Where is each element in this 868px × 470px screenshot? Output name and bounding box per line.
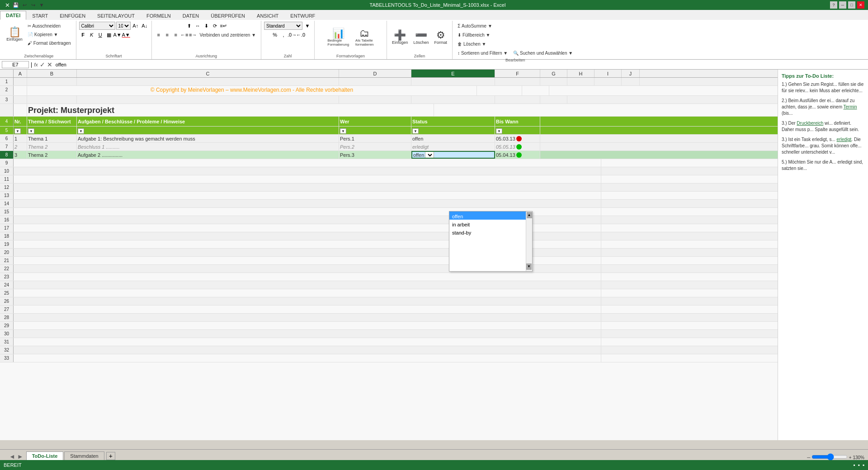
filter-arrow-F[interactable]: ▼ xyxy=(496,128,502,134)
formula-cancel[interactable]: ✕ xyxy=(47,61,52,68)
tab-start[interactable]: START xyxy=(26,11,54,20)
undo-btn[interactable]: ↩ xyxy=(21,1,28,9)
align-middle-btn[interactable]: ↔ xyxy=(193,22,202,30)
col-header-A[interactable]: A xyxy=(14,70,27,77)
status-dropdown[interactable]: offen in arbeit stand-by ▲ ▼ xyxy=(449,211,533,272)
filter-F[interactable]: ▼ xyxy=(495,127,540,134)
empty-row-31[interactable] xyxy=(14,338,601,346)
cell-reference-input[interactable]: E7 xyxy=(2,61,29,68)
cell-A3[interactable] xyxy=(14,96,27,103)
cell-status-2[interactable]: erledigt xyxy=(411,143,495,150)
tab-seitenlayout[interactable]: SEITENLAYOUT xyxy=(91,11,141,20)
empty-row-9[interactable] xyxy=(14,159,601,167)
kopieren-btn[interactable]: 📄 Kopieren ▼ xyxy=(25,30,73,38)
cell-F2[interactable] xyxy=(477,86,522,95)
col-header-J[interactable]: J xyxy=(622,70,640,77)
format-uebertragen-btn[interactable]: 🖌 Format übertragen xyxy=(25,39,73,47)
cell-status-3-selected[interactable]: offen ▼ xyxy=(411,151,495,159)
cell-C3[interactable] xyxy=(77,96,339,103)
tab-daten[interactable]: DATEN xyxy=(177,11,205,20)
col-header-H[interactable]: H xyxy=(567,70,594,77)
empty-row-23[interactable] xyxy=(14,273,601,281)
cell-G3[interactable] xyxy=(540,96,567,103)
font-family-select[interactable]: Calibri xyxy=(79,22,115,30)
cell-thema-1[interactable]: Thema 1 xyxy=(27,135,77,142)
empty-row-13[interactable] xyxy=(14,192,601,199)
wrap-text-btn[interactable]: ≡↵ xyxy=(219,22,227,30)
font-decrease-btn[interactable]: A↓ xyxy=(141,22,149,30)
formula-confirm[interactable]: ✓ xyxy=(40,61,45,68)
header-status[interactable]: Status xyxy=(411,117,495,126)
cell-C1[interactable] xyxy=(77,78,339,85)
text-angle-btn[interactable]: ⟳ xyxy=(211,22,219,30)
header-nr[interactable]: Nr. xyxy=(14,117,27,126)
zoom-in-btn[interactable]: + xyxy=(849,455,852,460)
empty-row-14[interactable] xyxy=(14,200,601,207)
cell-B3[interactable] xyxy=(27,96,77,103)
filter-D[interactable]: ▼ xyxy=(339,127,411,134)
dropdown-option-offen[interactable]: offen xyxy=(449,212,532,220)
cell-G1[interactable] xyxy=(540,78,567,85)
als-tabelle-btn[interactable]: 🗂 Als Tabelleformatieren xyxy=(353,25,376,50)
cell-bis-wann-2[interactable]: 05.05.13 xyxy=(495,143,540,150)
cell-nr-2[interactable]: 2 xyxy=(14,143,27,150)
col-header-I[interactable]: I xyxy=(594,70,622,77)
dropdown-scrollbar[interactable]: ▲ ▼ xyxy=(526,212,532,271)
view-normal[interactable]: ▪ xyxy=(853,462,855,468)
align-bottom-btn[interactable]: ⬇ xyxy=(202,22,210,30)
filter-A[interactable]: ▼ xyxy=(14,127,27,134)
cell-aufgaben-3[interactable]: Aufgabe 2 ............... xyxy=(77,151,339,159)
col-header-B[interactable]: B xyxy=(27,70,77,77)
header-bis-wann[interactable]: Bis Wann xyxy=(495,117,540,126)
header-aufgaben[interactable]: Aufgaben / Beschlüsse / Probleme / Hinwe… xyxy=(77,117,339,126)
empty-row-30[interactable] xyxy=(14,330,601,338)
view-layout[interactable]: ▪ xyxy=(858,462,859,468)
view-pagebreak[interactable]: ▪ xyxy=(863,462,864,468)
number-format-select[interactable]: Standard xyxy=(264,22,302,30)
decimal-increase-btn[interactable]: .0→ xyxy=(288,31,296,39)
percent-btn[interactable]: % xyxy=(271,31,279,39)
add-sheet-btn[interactable]: + xyxy=(106,452,115,460)
cell-wer-1[interactable]: Pers.1 xyxy=(339,135,411,142)
cell-B1[interactable] xyxy=(27,78,77,85)
cell-project-title[interactable]: Projekt: Musterprojekt xyxy=(27,104,434,116)
align-left-btn[interactable]: ≡ xyxy=(155,31,163,39)
termin-link[interactable]: Termin xyxy=(844,104,857,109)
filter-C[interactable]: ▼ xyxy=(77,127,339,134)
sheet-tab-stammdaten[interactable]: Stammdaten xyxy=(64,451,104,460)
empty-row-26[interactable] xyxy=(14,297,601,305)
font-increase-btn[interactable]: A↑ xyxy=(132,22,140,30)
merge-center-btn[interactable]: Verbinden und zentrieren ▼ xyxy=(198,31,258,39)
save-quick-btn[interactable]: 💾 xyxy=(12,1,19,9)
sheet-tab-todo[interactable]: ToDo-Liste xyxy=(26,451,64,460)
cell-A-project[interactable] xyxy=(14,104,27,116)
ausschneiden-btn[interactable]: ✂ Ausschneiden xyxy=(25,22,73,30)
cell-wer-3[interactable]: Pers.3 xyxy=(339,151,411,159)
empty-row-33[interactable] xyxy=(14,354,601,362)
filter-arrow-B[interactable]: ▼ xyxy=(28,128,34,134)
cell-aufgaben-1[interactable]: Aufgabe 1: Beschreibung was gemacht werd… xyxy=(77,135,339,142)
zellen-format-btn[interactable]: ⚙ Format xyxy=(432,25,450,50)
zoom-slider[interactable] xyxy=(811,455,848,459)
border-btn[interactable]: ▦ xyxy=(105,31,113,39)
tab-ueberpruefen[interactable]: ÜBERPRÜFEN xyxy=(205,11,251,20)
cell-F3[interactable] xyxy=(495,96,540,103)
cell-J1[interactable] xyxy=(622,78,640,85)
sheet-nav-left[interactable]: ◄ xyxy=(9,453,15,460)
font-color-btn[interactable]: A▼ xyxy=(122,31,130,39)
decimal-decrease-btn[interactable]: ←.0 xyxy=(297,31,305,39)
minimize-btn[interactable]: ─ xyxy=(839,1,846,9)
zoom-out-btn[interactable]: ─ xyxy=(807,455,810,460)
align-center-btn[interactable]: ≡ xyxy=(163,31,171,39)
bold-btn[interactable]: F xyxy=(79,31,87,39)
header-thema[interactable]: Thema / Stichwort xyxy=(27,117,77,126)
col-header-C[interactable]: C xyxy=(77,70,339,77)
indent-decrease-btn[interactable]: ←≡ xyxy=(180,31,189,39)
autosum-btn[interactable]: Σ AutoSumme ▼ xyxy=(455,22,495,30)
col-header-D[interactable]: D xyxy=(339,70,411,77)
col-header-F[interactable]: F xyxy=(495,70,540,77)
filter-arrow-E[interactable]: ▼ xyxy=(412,128,419,134)
cell-F1[interactable] xyxy=(495,78,540,85)
close-btn[interactable]: ✕ xyxy=(857,1,864,9)
status-dropdown-trigger[interactable]: ▼ xyxy=(425,151,434,159)
